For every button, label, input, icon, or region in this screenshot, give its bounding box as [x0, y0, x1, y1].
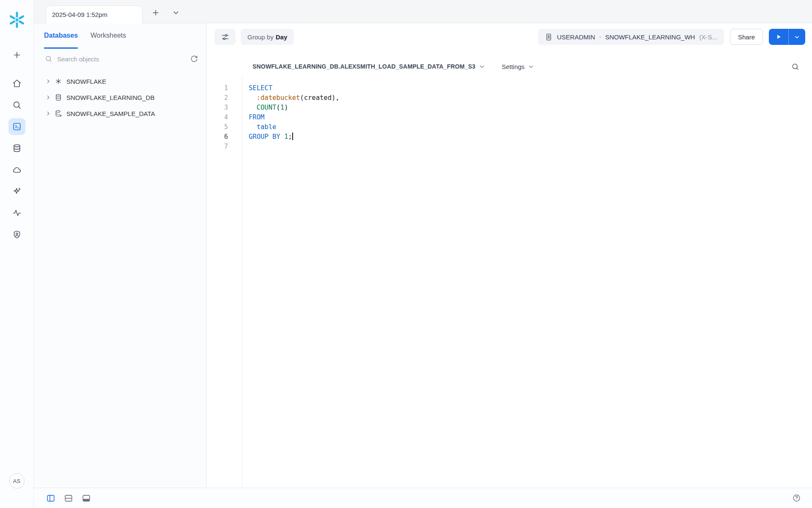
code-line[interactable]: 2 :datebucket(created), [207, 93, 812, 103]
chevron-right-icon[interactable] [45, 110, 52, 117]
user-avatar[interactable]: AS [9, 473, 25, 489]
play-icon [775, 33, 782, 41]
code-text: :datebucket(created), [228, 93, 340, 103]
snowsight-app: AS 2025-04-09 1:52pm Databases Worksheet… [0, 0, 812, 508]
layout-editor-only-button[interactable] [46, 493, 56, 503]
group-by-prefix: Group by [247, 33, 274, 41]
code-text: GROUP BY 1; [228, 132, 293, 142]
chevron-down-icon [172, 8, 180, 17]
group-by-value: Day [276, 33, 288, 41]
help-button[interactable] [792, 494, 801, 502]
warehouse-label: SNOWFLAKE_LEARNING_WH [605, 33, 695, 41]
code-text: SELECT [228, 83, 272, 93]
admin-shield-icon [12, 230, 22, 239]
plus-icon [12, 50, 22, 60]
settings-label: Settings [502, 63, 524, 70]
run-button[interactable] [769, 29, 788, 45]
warehouse-size-label: (X-S... [699, 33, 717, 41]
tab-list-dropdown-button[interactable] [169, 6, 183, 20]
worksheets-terminal-icon [12, 122, 22, 131]
worksheet-editor-column: Group by Day USERADMIN • SNOWFLAKE_LEARN… [207, 23, 812, 488]
object-search-row [34, 49, 206, 69]
object-path-label: SNOWFLAKE_LEARNING_DB.ALEXSMITH_LOAD_SAM… [252, 63, 475, 70]
code-line[interactable]: 7 [207, 142, 812, 152]
code-lines: 1SELECT2 :datebucket(created),3 COUNT(1)… [207, 83, 812, 152]
worksheet-tab-strip: 2025-04-09 1:52pm [34, 0, 812, 23]
group-by-button[interactable]: Group by Day [241, 29, 294, 45]
text-cursor [292, 133, 293, 140]
database-tree: SNOWFLAKE SNOWFLAKE_LEARNING_DB SNOWFLAK… [34, 73, 206, 121]
worksheet-tab[interactable]: 2025-04-09 1:52pm [46, 6, 143, 23]
line-number: 4 [207, 113, 228, 122]
app-rail: AS [0, 0, 34, 508]
database-icon [55, 94, 62, 101]
tree-item-learning-db[interactable]: SNOWFLAKE_LEARNING_DB [34, 89, 206, 105]
layout-results-button[interactable] [81, 493, 91, 503]
separator-dot: • [599, 34, 601, 39]
rail-item-projects[interactable] [8, 118, 25, 135]
cloud-icon [12, 165, 22, 174]
code-line[interactable]: 1SELECT [207, 83, 812, 93]
rail-new-button[interactable] [8, 47, 25, 64]
help-icon [792, 494, 801, 502]
rail-item-data[interactable] [8, 140, 25, 157]
tree-item-sample-data[interactable]: SNOWFLAKE_SAMPLE_DATA [34, 105, 206, 121]
rail-item-marketplace[interactable] [8, 161, 25, 178]
line-number: 2 [207, 93, 228, 103]
plus-icon [151, 8, 160, 17]
chevron-right-icon[interactable] [45, 78, 52, 85]
refresh-icon [190, 55, 198, 63]
code-line[interactable]: 5 table [207, 122, 812, 132]
activity-icon [12, 208, 22, 218]
run-options-button[interactable] [788, 29, 805, 45]
line-number: 7 [207, 142, 228, 152]
panel-bottom-icon [82, 494, 91, 503]
snowflake-app-icon [55, 77, 62, 85]
worksheet-toolbar: Group by Day USERADMIN • SNOWFLAKE_LEARN… [207, 23, 812, 50]
rail-item-ai[interactable] [8, 183, 25, 200]
rail-item-monitoring[interactable] [8, 204, 25, 221]
new-tab-button[interactable] [148, 6, 163, 20]
object-selector[interactable]: SNOWFLAKE_LEARNING_DB.ALEXSMITH_LOAD_SAM… [252, 63, 486, 70]
role-warehouse-selector[interactable]: USERADMIN • SNOWFLAKE_LEARNING_WH (X-S..… [538, 29, 724, 45]
layout-split-button[interactable] [63, 493, 74, 503]
query-options-button[interactable] [214, 29, 236, 45]
tree-item-label: SNOWFLAKE_SAMPLE_DATA [66, 110, 155, 117]
worksheet-tab-label: 2025-04-09 1:52pm [52, 11, 107, 18]
rail-item-admin[interactable] [8, 226, 25, 243]
snowflake-logo-icon[interactable] [7, 10, 27, 30]
code-line[interactable]: 3 COUNT(1) [207, 103, 812, 113]
code-text: table [228, 122, 276, 132]
settings-dropdown[interactable]: Settings [502, 63, 535, 70]
search-icon [45, 55, 52, 63]
ai-sparkle-icon [12, 187, 22, 196]
context-bar: SNOWFLAKE_LEARNING_DB.ALEXSMITH_LOAD_SAM… [207, 57, 812, 76]
share-button[interactable]: Share [730, 29, 763, 45]
rail-item-search[interactable] [8, 97, 25, 113]
chevron-down-icon [527, 63, 535, 70]
code-line[interactable]: 4FROM [207, 113, 812, 122]
chevron-down-icon [793, 33, 801, 41]
tree-item-snowflake[interactable]: SNOWFLAKE [34, 73, 206, 89]
editor-search-button[interactable] [791, 63, 799, 71]
role-badge-icon [545, 33, 553, 41]
panel-tabs: Databases Worksheets [34, 23, 206, 49]
search-objects-input[interactable] [56, 55, 190, 63]
code-line[interactable]: 6GROUP BY 1; [207, 132, 812, 142]
rail-item-home[interactable] [8, 75, 25, 92]
role-label: USERADMIN [557, 33, 595, 41]
object-browser-panel: Databases Worksheets SNOWFLAKE [34, 23, 207, 488]
chevron-right-icon[interactable] [45, 94, 52, 101]
code-text [228, 142, 249, 152]
line-number: 3 [207, 103, 228, 113]
tab-worksheets[interactable]: Worksheets [91, 23, 126, 49]
search-icon [791, 63, 799, 71]
sql-editor[interactable]: 1SELECT2 :datebucket(created),3 COUNT(1)… [207, 76, 812, 488]
status-bar [34, 488, 812, 508]
refresh-objects-button[interactable] [190, 55, 198, 63]
code-text: COUNT(1) [228, 103, 288, 113]
panel-split-icon [64, 494, 73, 503]
panel-left-icon [46, 494, 55, 503]
tab-databases[interactable]: Databases [44, 23, 78, 49]
tree-item-label: SNOWFLAKE [66, 78, 106, 85]
